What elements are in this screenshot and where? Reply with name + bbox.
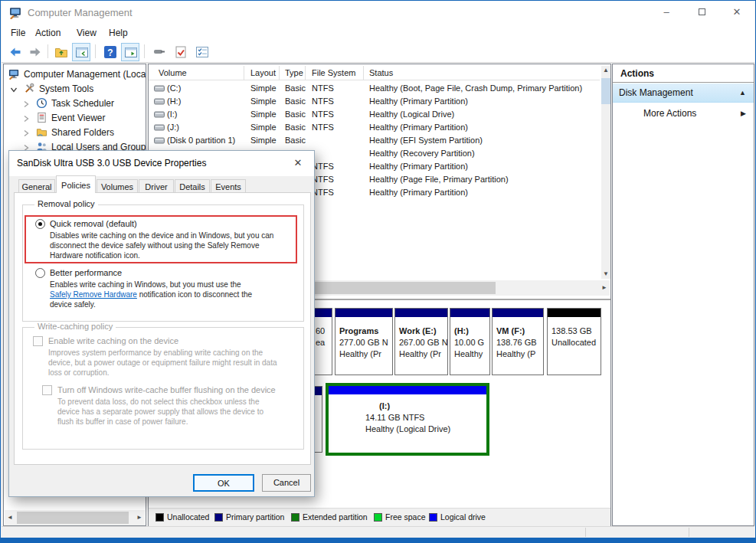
column-divider[interactable] bbox=[244, 66, 244, 80]
scroll-right-icon[interactable]: ► bbox=[134, 510, 145, 525]
cancel-button[interactable]: Cancel bbox=[262, 474, 311, 492]
show-action-pane-icon[interactable] bbox=[121, 43, 139, 61]
up-folder-icon[interactable] bbox=[52, 43, 70, 61]
tree-item-task-scheduler[interactable]: Task Scheduler bbox=[4, 96, 146, 110]
column-header-type[interactable]: Type bbox=[285, 68, 303, 77]
actions-group-disk-management[interactable]: Disk Management ▲ bbox=[613, 83, 754, 103]
volume-type: Basic bbox=[285, 83, 306, 93]
partition-size: 138.76 GB bbox=[493, 337, 543, 348]
buffer-flushing-desc: device has a separate power supply that … bbox=[57, 407, 263, 416]
safely-remove-hardware-link[interactable]: Safely Remove Hardware bbox=[50, 290, 137, 299]
scrollbar-thumb[interactable] bbox=[17, 512, 129, 524]
tree-item-shared-folders[interactable]: Shared Folders bbox=[4, 126, 146, 139]
dialog-close-icon[interactable]: ✕ bbox=[288, 155, 308, 172]
chevron-collapsed-icon[interactable] bbox=[22, 114, 30, 125]
unallocated-bar bbox=[548, 309, 601, 317]
partition-status: Healthy bbox=[450, 348, 489, 360]
actions-title: Actions bbox=[620, 68, 654, 79]
volume-status: Healthy (Recovery Partition) bbox=[369, 149, 599, 158]
tab-driver[interactable]: Driver bbox=[139, 179, 174, 193]
device-properties-dialog: SanDisk Ultra USB 3.0 USB Device Propert… bbox=[8, 150, 315, 497]
volume-filesystem: NTFS bbox=[312, 83, 334, 93]
partition-programs[interactable]: Programs 277.00 GB N Healthy (Pr bbox=[335, 308, 393, 375]
menu-help[interactable]: Help bbox=[106, 27, 131, 39]
volume-row[interactable]: (Disk 0 partition 1) Simple Basic Health… bbox=[149, 134, 601, 147]
minimize-button[interactable]: – bbox=[649, 1, 684, 24]
partition-work-e[interactable]: Work (E:) 267.00 GB N Healthy (Pr bbox=[394, 308, 448, 375]
volume-list-vertical-scrollbar[interactable]: ▲ ▼ bbox=[601, 66, 610, 279]
column-divider[interactable] bbox=[363, 66, 364, 80]
shared-folders-icon bbox=[36, 126, 47, 138]
disk-volume-icon bbox=[154, 137, 165, 145]
volume-filesystem: NTFS bbox=[312, 175, 334, 184]
partition-h[interactable]: (H:) 10.00 G Healthy bbox=[450, 308, 490, 375]
menu-file[interactable]: File bbox=[8, 27, 28, 39]
scroll-left-icon[interactable]: ◄ bbox=[5, 510, 15, 525]
show-console-tree-icon[interactable] bbox=[72, 43, 90, 61]
tab-general[interactable]: General bbox=[18, 179, 55, 193]
toolbar: ? bbox=[2, 41, 754, 63]
help-icon[interactable]: ? bbox=[101, 43, 119, 61]
partition-legend: Unallocated Primary partition Extended p… bbox=[149, 508, 610, 526]
collapse-up-icon[interactable]: ▲ bbox=[739, 89, 746, 96]
volume-row[interactable]: (C:) Simple Basic NTFS Healthy (Boot, Pa… bbox=[149, 82, 601, 95]
export-list-icon[interactable] bbox=[150, 43, 169, 61]
volume-name: (C:) bbox=[167, 83, 244, 93]
column-header-layout[interactable]: Layout bbox=[250, 68, 276, 77]
volume-row[interactable]: (H:) Simple Basic NTFS Healthy (Primary … bbox=[149, 95, 601, 108]
column-header-filesystem[interactable]: File System bbox=[312, 68, 355, 77]
volume-filesystem: NTFS bbox=[312, 123, 334, 132]
partition-name: VM (F:) bbox=[493, 325, 543, 337]
check-disk-icon[interactable] bbox=[172, 43, 190, 61]
volume-name: (J:) bbox=[167, 123, 244, 132]
column-header-status[interactable]: Status bbox=[369, 68, 393, 77]
submenu-right-icon[interactable]: ▶ bbox=[741, 110, 746, 117]
menu-view[interactable]: View bbox=[74, 27, 100, 39]
chevron-collapsed-icon[interactable] bbox=[22, 100, 30, 110]
back-icon[interactable] bbox=[6, 43, 25, 61]
ok-button[interactable]: OK bbox=[193, 474, 254, 492]
volume-status: Healthy (Logical Drive) bbox=[369, 110, 599, 119]
tab-details[interactable]: Details bbox=[175, 179, 210, 193]
tab-events[interactable]: Events bbox=[211, 179, 246, 193]
volume-layout: Simple bbox=[250, 136, 277, 145]
chevron-collapsed-icon[interactable] bbox=[22, 129, 30, 139]
actions-header: Actions bbox=[613, 64, 754, 83]
volume-layout: Simple bbox=[250, 83, 277, 93]
partition-status: Healthy (Pr bbox=[395, 348, 447, 360]
column-header-volume[interactable]: Volume bbox=[159, 68, 187, 77]
forward-icon[interactable] bbox=[26, 43, 44, 61]
properties-list-icon[interactable] bbox=[193, 43, 211, 61]
tree-item-system-tools[interactable]: System Tools bbox=[4, 82, 146, 96]
column-divider[interactable] bbox=[305, 66, 306, 80]
tab-volumes[interactable]: Volumes bbox=[97, 179, 138, 193]
volume-status: Healthy (Primary Partition) bbox=[369, 188, 599, 197]
tree-horizontal-scrollbar[interactable]: ◄ ► bbox=[5, 510, 145, 525]
toolbar-separator bbox=[95, 44, 96, 58]
chevron-expanded-icon[interactable] bbox=[10, 85, 18, 96]
scrollbar-thumb[interactable] bbox=[601, 78, 610, 104]
column-divider[interactable] bbox=[279, 66, 280, 80]
more-actions-item[interactable]: More Actions ▶ bbox=[613, 106, 754, 122]
better-performance-label[interactable]: Better performance bbox=[50, 268, 122, 277]
tab-policies[interactable]: Policies bbox=[56, 175, 96, 193]
tree-item-label: Task Scheduler bbox=[51, 98, 146, 109]
tree-item-event-viewer[interactable]: Event Viewer bbox=[4, 111, 146, 125]
volume-row[interactable]: (I:) Simple Basic NTFS Healthy (Logical … bbox=[149, 108, 601, 121]
scroll-right-icon[interactable]: ► bbox=[599, 280, 610, 296]
close-button[interactable]: ✕ bbox=[719, 1, 754, 24]
partition-unallocated[interactable]: 138.53 GB Unallocated bbox=[547, 308, 601, 375]
better-performance-radio[interactable] bbox=[35, 268, 45, 278]
volume-row[interactable]: (J:) Simple Basic NTFS Healthy (Primary … bbox=[149, 121, 601, 134]
scroll-down-icon[interactable]: ▼ bbox=[601, 267, 611, 282]
buffer-flushing-desc: flush its buffer in case of power failur… bbox=[57, 417, 188, 426]
partition-vm-f[interactable]: VM (F:) 138.76 GB Healthy (P bbox=[492, 308, 544, 375]
menu-action[interactable]: Action bbox=[32, 27, 64, 39]
actions-pane: Actions Disk Management ▲ More Actions ▶ bbox=[612, 64, 754, 526]
legend-label: Primary partition bbox=[226, 512, 284, 522]
tree-item-computer-management[interactable]: Computer Management (Local bbox=[4, 67, 146, 81]
scroll-up-icon[interactable]: ▲ bbox=[601, 63, 611, 78]
maximize-button[interactable] bbox=[684, 1, 719, 24]
extended-partition-container[interactable]: (I:) 14.11 GB NTFS Healthy (Logical Driv… bbox=[326, 383, 489, 456]
removal-policy-label: Removal policy bbox=[34, 199, 98, 208]
